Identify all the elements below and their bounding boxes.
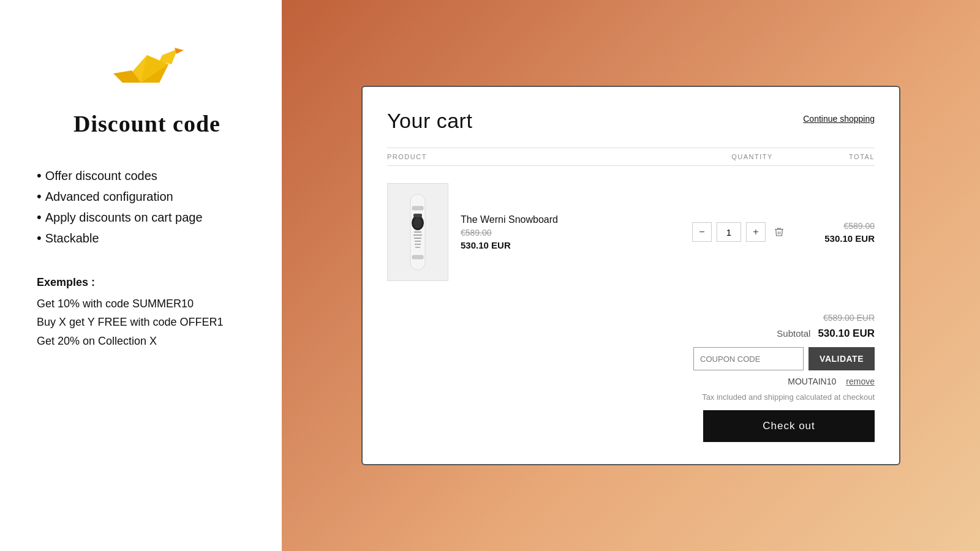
duck-logo [110,37,184,98]
examples-title: Exemples : [37,273,223,292]
increase-quantity-button[interactable]: + [746,222,766,242]
remove-coupon-link[interactable]: remove [846,377,875,386]
brand-title: Discount code [74,110,221,137]
col-quantity-header: QUANTITY [703,153,801,160]
continue-shopping-link[interactable]: Continue shopping [803,114,875,124]
checkout-button[interactable]: Check out [703,410,875,442]
cart-footer: €589.00 EUR Subtotal 530.10 EUR VALIDATE… [387,301,875,442]
tax-info: Tax included and shipping calculated at … [702,392,875,402]
example-3: Get 20% on Collection X [37,332,223,351]
delete-item-button[interactable] [771,223,788,241]
product-name: The Werni Snowboard [461,214,679,225]
svg-rect-16 [412,255,423,259]
subtotal-original: €589.00 EUR [823,313,875,323]
col-product-header: PRODUCT [387,153,703,160]
quantity-value: 1 [717,222,741,242]
trash-icon [774,227,785,238]
cart-table-header: PRODUCT QUANTITY TOTAL [387,148,875,166]
product-image [393,189,442,275]
item-total-area: €589.00 530.10 EUR [801,221,875,244]
feature-item: Advanced configuration [37,189,203,204]
examples-section: Exemples : Get 10% with code SUMMER10 Bu… [37,273,223,350]
subtotal-value: 530.10 EUR [818,328,875,340]
cart-item: The Werni Snowboard €589.00 530.10 EUR −… [387,173,875,291]
svg-rect-17 [412,206,423,210]
subtotal-section: €589.00 EUR Subtotal 530.10 EUR [777,313,875,347]
feature-item: Stackable [37,230,203,246]
example-2: Buy X get Y FREE with code OFFER1 [37,313,223,332]
applied-coupon-code: MOUTAIN10 [788,377,836,386]
validate-coupon-button[interactable]: VALIDATE [809,347,875,370]
svg-point-8 [413,217,422,228]
item-sale-total: 530.10 EUR [801,233,875,244]
product-original-price: €589.00 [461,228,679,238]
col-total-header: TOTAL [801,153,875,160]
coupon-row: VALIDATE [693,347,875,370]
right-panel: Your cart Continue shopping PRODUCT QUAN… [282,0,980,551]
subtotal-label: Subtotal [777,328,810,339]
feature-item: Apply discounts on cart page [37,209,203,225]
quantity-controls: − 1 + [691,222,789,242]
product-image-area [387,183,448,281]
logo-area: Discount code [37,37,257,143]
product-info: The Werni Snowboard €589.00 530.10 EUR [461,214,679,250]
example-1: Get 10% with code SUMMER10 [37,294,223,313]
svg-rect-15 [413,214,422,217]
cart-modal: Your cart Continue shopping PRODUCT QUAN… [361,86,900,465]
item-original-total: €589.00 [801,221,875,231]
feature-item: Offer discount codes [37,168,203,184]
decrease-quantity-button[interactable]: − [692,222,712,242]
product-sale-price: 530.10 EUR [461,240,679,250]
left-panel: Discount code Offer discount codes Advan… [0,0,282,551]
applied-coupon-row: MOUTAIN10 remove [788,377,875,386]
cart-title: Your cart [387,109,472,133]
cart-header: Your cart Continue shopping [387,109,875,133]
features-list: Offer discount codes Advanced configurat… [37,168,203,251]
coupon-input[interactable] [693,347,804,370]
subtotal-row: Subtotal 530.10 EUR [777,328,875,340]
